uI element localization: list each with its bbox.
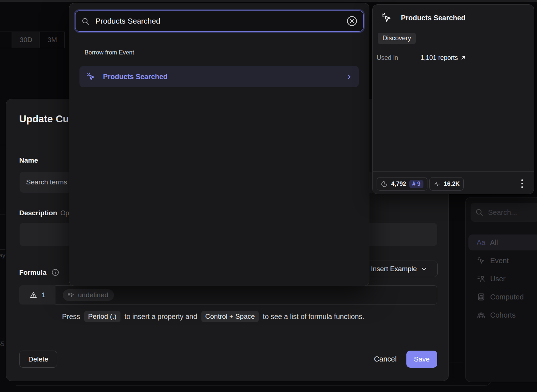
card-footer-divider bbox=[373, 171, 534, 172]
clear-search-icon[interactable] bbox=[347, 16, 357, 26]
chevron-down-icon bbox=[421, 266, 427, 273]
description-label: Description bbox=[19, 209, 57, 217]
formula-hint: Press Period (.) to insert a property an… bbox=[62, 311, 364, 322]
hint-text: to see a list of formula functions. bbox=[263, 313, 364, 321]
formula-warning-badge: 1 bbox=[19, 285, 56, 305]
chevron-right-icon bbox=[345, 73, 352, 80]
result-label: Products Searched bbox=[103, 73, 338, 81]
save-button[interactable]: Save bbox=[406, 351, 437, 368]
modal-search-field[interactable] bbox=[75, 11, 364, 32]
app-screen: 7D 30D 3M lay 55 Aa All bbox=[0, 0, 537, 392]
borrow-from-event-label: Borrow from Event bbox=[85, 49, 134, 56]
activity-pulse-icon bbox=[433, 180, 440, 188]
borrow-event-search-modal: Borrow from Event Products Searched bbox=[69, 3, 369, 286]
reports-count: 1,101 reports bbox=[421, 54, 458, 62]
category-badge: Discovery bbox=[378, 33, 416, 44]
kbd-period: Period (.) bbox=[84, 311, 120, 322]
event-volume: 16.2K bbox=[444, 180, 460, 187]
name-label: Name bbox=[19, 156, 38, 164]
event-volume-stat[interactable]: 16.2K bbox=[429, 177, 464, 191]
delete-button[interactable]: Delete bbox=[19, 351, 57, 368]
modal-search-input[interactable] bbox=[95, 16, 341, 26]
event-cursor-icon bbox=[86, 72, 96, 82]
formula-input[interactable]: undefined bbox=[56, 285, 437, 305]
pie-chart-icon bbox=[381, 180, 388, 188]
event-count-stat[interactable]: 4,792 # 9 bbox=[377, 177, 427, 191]
event-rank-badge: # 9 bbox=[409, 180, 423, 188]
search-result-products-searched[interactable]: Products Searched bbox=[79, 66, 359, 87]
more-options-icon[interactable] bbox=[517, 178, 527, 189]
insert-example-label: Insert Example bbox=[371, 265, 417, 273]
borrowed-event-icon bbox=[67, 291, 75, 299]
warning-count: 1 bbox=[42, 291, 46, 299]
warning-icon bbox=[29, 291, 37, 299]
hint-text: Press bbox=[62, 313, 80, 321]
kbd-control-space: Control + Space bbox=[201, 311, 259, 322]
formula-token-label: undefined bbox=[78, 291, 108, 299]
event-cursor-icon bbox=[381, 12, 392, 24]
event-detail-card: Products Searched Discovery Used in 1,10… bbox=[372, 4, 534, 194]
info-icon[interactable] bbox=[51, 268, 60, 277]
event-card-title: Products Searched bbox=[401, 14, 466, 22]
used-in-label: Used in bbox=[377, 54, 421, 62]
formula-token-chip[interactable]: undefined bbox=[63, 289, 114, 301]
event-count: 4,792 bbox=[391, 180, 406, 187]
hint-text: to insert a property and bbox=[124, 313, 197, 321]
search-icon bbox=[81, 17, 90, 25]
cancel-button[interactable]: Cancel bbox=[367, 351, 403, 368]
used-in-reports-link[interactable]: 1,101 reports bbox=[421, 54, 466, 62]
formula-label: Formula bbox=[19, 269, 46, 277]
external-link-icon bbox=[460, 55, 466, 61]
insert-example-button[interactable]: Insert Example bbox=[361, 261, 438, 277]
